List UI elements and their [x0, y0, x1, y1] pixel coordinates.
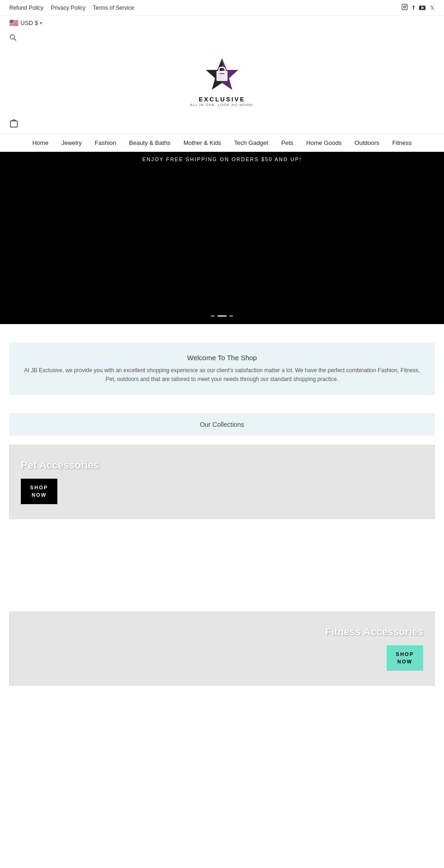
svg-point-2: [406, 5, 406, 6]
svg-point-1: [403, 6, 406, 8]
svg-line-6: [14, 38, 16, 41]
nav-item-jewelry[interactable]: Jewelry: [62, 138, 82, 147]
nav-list: Home Jewelry Fashion Beauty & Baths Moth…: [0, 138, 444, 147]
search-row: [0, 30, 444, 47]
svg-point-5: [10, 35, 14, 39]
svg-rect-11: [11, 121, 18, 127]
currency-flag: 🇺🇸: [9, 19, 18, 27]
hero-dot-3[interactable]: [229, 315, 233, 317]
twitter-icon[interactable]: 𝕏: [430, 5, 435, 11]
hero-image: [0, 167, 444, 324]
currency-selector[interactable]: 🇺🇸 USD $ ▾: [0, 16, 444, 30]
collections-header: Our Collections: [9, 413, 435, 436]
instagram-icon[interactable]: [401, 4, 408, 12]
fitness-accessories-title: Fitness Accessories: [21, 626, 423, 638]
fitness-accessories-card: Fitness Accessories SHOPNOW: [9, 612, 435, 686]
welcome-title: Welcome To The Shop: [23, 354, 421, 362]
nav-item-tech[interactable]: Tech Gadget: [234, 138, 268, 147]
welcome-text: At JB Exclusive, we provide you with an …: [23, 366, 421, 384]
youtube-icon[interactable]: [419, 4, 426, 12]
bottom-spacer: [0, 686, 444, 723]
facebook-icon[interactable]: f: [413, 4, 414, 11]
fitness-shop-now-button[interactable]: SHOPNOW: [387, 645, 423, 671]
nav-item-home-goods[interactable]: Home Goods: [306, 138, 342, 147]
nav-item-mother-kids[interactable]: Mother & Kids: [184, 138, 222, 147]
collection-spacer: [9, 519, 435, 612]
social-icons: f 𝕏: [401, 4, 435, 12]
nav-item-outdoors[interactable]: Outdoors: [355, 138, 379, 147]
pet-shop-now-button[interactable]: SHOPNOW: [21, 479, 57, 504]
refund-policy-link[interactable]: Refund Policy: [9, 5, 43, 11]
cart-button[interactable]: [9, 119, 18, 131]
logo-image[interactable]: [204, 56, 240, 93]
logo-area: EXCLUSIVE ALL IN ONE. LOOK NO MORE!: [0, 47, 444, 116]
brand-name: EXCLUSIVE: [199, 96, 246, 103]
shipping-banner: ENJOY FREE SHIPPING ON ORDERS $50 AND UP…: [0, 152, 444, 167]
cart-row: [0, 116, 444, 133]
svg-rect-9: [216, 71, 228, 81]
top-bar: Refund Policy Privacy Policy Terms of Se…: [0, 0, 444, 16]
hero-dot-1[interactable]: [211, 315, 215, 317]
nav-item-fitness[interactable]: Fitness: [392, 138, 412, 147]
currency-chevron-icon: ▾: [40, 20, 42, 25]
nav-item-fashion[interactable]: Fashion: [95, 138, 116, 147]
terms-of-service-link[interactable]: Terms of Service: [93, 5, 134, 11]
hero-carousel-dots: [211, 315, 233, 317]
brand-tagline: ALL IN ONE. LOOK NO MORE!: [190, 103, 254, 107]
privacy-policy-link[interactable]: Privacy Policy: [51, 5, 86, 11]
pet-accessories-title: Pet Accessories: [21, 459, 423, 471]
top-bar-links: Refund Policy Privacy Policy Terms of Se…: [9, 5, 134, 11]
welcome-section: Welcome To The Shop At JB Exclusive, we …: [9, 343, 435, 395]
currency-label: USD $: [20, 19, 38, 26]
svg-rect-0: [402, 4, 407, 10]
nav-item-beauty[interactable]: Beauty & Baths: [129, 138, 171, 147]
nav-bar: Home Jewelry Fashion Beauty & Baths Moth…: [0, 133, 444, 152]
hero-dot-2[interactable]: [217, 315, 227, 317]
nav-item-home[interactable]: Home: [32, 138, 49, 147]
nav-item-pets[interactable]: Pets: [281, 138, 293, 147]
pet-accessories-card: Pet Accessories SHOPNOW: [9, 445, 435, 519]
search-button[interactable]: [9, 34, 17, 43]
